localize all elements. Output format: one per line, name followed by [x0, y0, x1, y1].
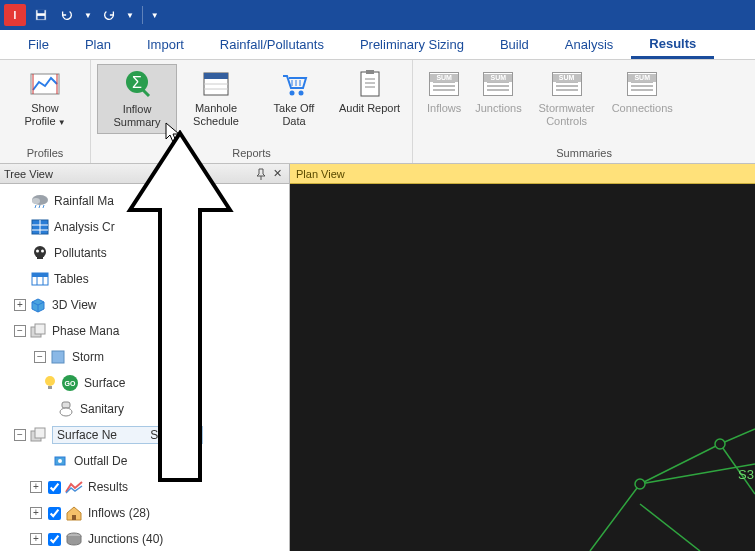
svg-point-13 — [299, 91, 304, 96]
show-profile-button[interactable]: Show Profile▼ — [6, 64, 84, 132]
svg-text:Σ: Σ — [132, 74, 142, 91]
tree-item-surface[interactable]: GO Surface 1 — [0, 370, 289, 396]
qat-customize[interactable]: ▼ — [149, 11, 161, 20]
manhole-schedule-button[interactable]: Manhole Schedule — [177, 64, 255, 132]
ribbon-group-profiles: Show Profile▼ Profiles — [0, 60, 91, 163]
manhole-icon — [64, 529, 84, 549]
results-checkbox[interactable] — [48, 481, 61, 494]
save-button[interactable] — [30, 4, 52, 26]
app-badge[interactable]: I — [4, 4, 26, 26]
ribbon-group-reports: Σ Inflow Summary Manhole Schedule Take O… — [91, 60, 413, 163]
chart-icon — [64, 477, 84, 497]
inflow-summary-button[interactable]: Σ Inflow Summary — [97, 64, 177, 134]
ribbon-group-label-profiles: Profiles — [0, 145, 90, 163]
plan-canvas[interactable]: S3 — [290, 184, 755, 551]
menu-tab-rainfall[interactable]: Rainfall/Pollutants — [202, 30, 342, 59]
go-icon: GO — [60, 373, 80, 393]
junctions-checkbox[interactable] — [48, 533, 61, 546]
tree-body[interactable]: Rainfall Ma Analysis Cr Pollutants Table… — [0, 184, 289, 551]
tree-item-sanitary[interactable]: Sanitary — [0, 396, 289, 422]
svg-rect-2 — [38, 16, 45, 20]
tree-label: Tables — [54, 272, 89, 286]
tree-label: Outfall De — [74, 454, 127, 468]
redo-dropdown[interactable]: ▼ — [124, 11, 136, 20]
tree-item-tables[interactable]: Tables — [0, 266, 289, 292]
tree-item-inflows[interactable]: + Inflows (28) — [0, 500, 289, 526]
menu-tab-prelim[interactable]: Preliminary Sizing — [342, 30, 482, 59]
inflows-sum-label: Inflows — [427, 102, 461, 115]
sum-icon — [551, 68, 583, 100]
tree-item-storm[interactable]: − Storm — [0, 344, 289, 370]
svg-rect-46 — [62, 402, 70, 408]
connections-summary-button: Connections — [606, 64, 679, 119]
ribbon-group-label-reports: Reports — [91, 145, 412, 163]
take-off-data-button[interactable]: Take Off Data — [255, 64, 333, 132]
svg-rect-34 — [37, 256, 43, 259]
stormwater-controls-button: Stormwater Controls — [528, 64, 606, 132]
sum-icon — [482, 68, 514, 100]
inflows-checkbox[interactable] — [48, 507, 61, 520]
manhole-schedule-label: Manhole Schedule — [183, 102, 249, 128]
tree-item-pollutants[interactable]: Pollutants — [0, 240, 289, 266]
expander-plus[interactable]: + — [30, 507, 42, 519]
tree-item-3dview[interactable]: + 3D View — [0, 292, 289, 318]
menu-tab-build[interactable]: Build — [482, 30, 547, 59]
expander-minus[interactable]: − — [34, 351, 46, 363]
expander-minus[interactable]: − — [14, 429, 26, 441]
tree-item-phase[interactable]: − Phase Mana — [0, 318, 289, 344]
chevron-down-icon: ⌄ — [190, 430, 198, 440]
pin-button[interactable] — [253, 166, 269, 182]
sigma-icon: Σ — [121, 69, 153, 101]
redo-button[interactable] — [98, 4, 120, 26]
tree-panel: Tree View ✕ Rainfall Ma Analysis Cr Poll… — [0, 164, 290, 551]
expander-plus[interactable]: + — [14, 299, 26, 311]
cart-icon — [278, 68, 310, 100]
tree-item-surface-network[interactable]: − Surface Ne Storm) ⌄ — [0, 422, 289, 448]
tree-panel-header: Tree View ✕ — [0, 164, 289, 184]
audit-report-button[interactable]: Audit Report — [333, 64, 406, 119]
network-select[interactable]: Surface Ne Storm) ⌄ — [52, 426, 203, 444]
menu-tab-results[interactable]: Results — [631, 30, 714, 59]
tree-label: Junctions (40) — [88, 532, 163, 546]
sum-icon — [626, 68, 658, 100]
svg-point-42 — [45, 376, 55, 386]
tree-item-junctions[interactable]: + Junctions (40) — [0, 526, 289, 551]
tree-item-analysis[interactable]: Analysis Cr — [0, 214, 289, 240]
tree-item-outfall[interactable]: Outfall De — [0, 448, 289, 474]
svg-point-55 — [715, 439, 725, 449]
svg-rect-41 — [52, 351, 64, 363]
menu-tab-plan[interactable]: Plan — [67, 30, 129, 59]
junctions-summary-button: Junctions — [469, 64, 527, 119]
close-button[interactable]: ✕ — [269, 166, 285, 182]
report-icon — [354, 68, 386, 100]
tree-label: Storm — [72, 350, 104, 364]
node-label: S3 — [738, 467, 754, 482]
undo-button[interactable] — [56, 4, 78, 26]
table-icon — [30, 269, 50, 289]
valve-icon — [50, 451, 70, 471]
titlebar: I ▼ ▼ ▼ — [0, 0, 755, 30]
ribbon-group-label-summaries: Summaries — [413, 145, 755, 163]
profile-icon — [29, 68, 61, 100]
connections-sum-label: Connections — [612, 102, 673, 115]
menu-tab-file[interactable]: File — [10, 30, 67, 59]
tree-item-rainfall[interactable]: Rainfall Ma — [0, 188, 289, 214]
svg-rect-17 — [361, 72, 379, 96]
svg-point-54 — [635, 479, 645, 489]
svg-rect-9 — [204, 73, 228, 79]
expander-plus[interactable]: + — [30, 481, 42, 493]
take-off-data-label: Take Off Data — [261, 102, 327, 128]
select-value: Surface Ne Storm) — [57, 428, 186, 442]
expander-plus[interactable]: + — [30, 533, 42, 545]
undo-dropdown[interactable]: ▼ — [82, 11, 94, 20]
ribbon: Show Profile▼ Profiles Σ Inflow Summary … — [0, 60, 755, 164]
plan-panel: Plan View S3 — [290, 164, 755, 551]
tree-label: Inflows (28) — [88, 506, 150, 520]
cloud-icon — [30, 191, 50, 211]
menu-tab-import[interactable]: Import — [129, 30, 202, 59]
menu-tab-analysis[interactable]: Analysis — [547, 30, 631, 59]
expander-minus[interactable]: − — [14, 325, 26, 337]
plan-panel-title: Plan View — [296, 168, 345, 180]
tree-item-results[interactable]: + Results — [0, 474, 289, 500]
svg-point-32 — [36, 250, 39, 253]
